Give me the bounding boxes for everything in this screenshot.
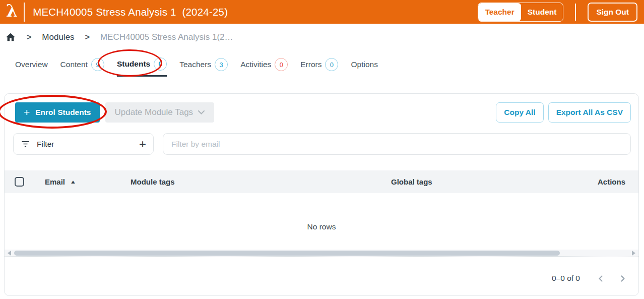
- next-page-button[interactable]: [619, 275, 626, 282]
- module-title: MECH40005 Stress Analysis 1 (2024-25): [33, 6, 228, 18]
- tab-students[interactable]: Students 0: [117, 52, 167, 77]
- breadcrumb: > Modules > MECH40005 Stress Analysis 1(…: [0, 29, 233, 45]
- role-toggle: Teacher Student: [478, 3, 563, 22]
- tab-overview[interactable]: Overview: [15, 52, 48, 77]
- enrol-students-label: Enrol Students: [35, 108, 91, 117]
- column-header-module-tags: Module tags: [131, 177, 391, 186]
- export-all-csv-button[interactable]: Export All As CSV: [548, 102, 631, 123]
- students-panel: + Enrol Students Update Module Tags Copy…: [4, 93, 639, 296]
- horizontal-scrollbar[interactable]: [5, 250, 638, 257]
- enrol-students-button[interactable]: + Enrol Students: [15, 102, 100, 123]
- filter-bar: Filter +: [13, 133, 631, 155]
- breadcrumb-current: MECH40005 Stress Analysis 1(2…: [100, 32, 233, 42]
- copy-all-button[interactable]: Copy All: [496, 102, 543, 123]
- header-divider: [24, 3, 25, 22]
- select-all-cell: [15, 177, 45, 187]
- tab-label: Overview: [15, 60, 48, 69]
- filter-by-email-input[interactable]: [163, 133, 631, 155]
- table-header: Email ▲ Module tags Global tags Actions: [5, 170, 638, 193]
- tab-count-badge: 9: [91, 58, 104, 71]
- pagination: 0–0 of 0: [5, 268, 638, 288]
- plus-icon: +: [24, 107, 30, 117]
- page: λ MECH40005 Stress Analysis 1 (2024-25) …: [0, 0, 644, 299]
- filter-label: Filter: [37, 140, 54, 149]
- previous-page-button[interactable]: [597, 275, 605, 282]
- sign-out-button[interactable]: Sign Out: [588, 3, 637, 22]
- tab-count-badge: 0: [325, 58, 338, 71]
- select-all-checkbox[interactable]: [15, 177, 24, 187]
- column-header-actions: Actions: [578, 177, 638, 186]
- sort-asc-icon: ▲: [70, 179, 77, 185]
- student-toggle-button[interactable]: Student: [521, 3, 563, 21]
- students-toolbar: + Enrol Students Update Module Tags Copy…: [15, 102, 631, 123]
- tab-label: Teachers: [179, 60, 211, 69]
- tab-label: Content: [60, 60, 88, 69]
- column-header-global-tags: Global tags: [391, 177, 578, 186]
- scroll-left-arrow-icon[interactable]: [8, 251, 11, 256]
- tab-count-badge: 0: [275, 58, 288, 71]
- tab-label: Students: [117, 59, 150, 69]
- header-divider: [575, 4, 576, 21]
- tab-label: Activities: [240, 60, 271, 69]
- chevron-left-icon: [597, 275, 605, 282]
- pagination-range-label: 0–0 of 0: [552, 274, 580, 283]
- filter-icon: [21, 139, 30, 149]
- update-module-tags-label: Update Module Tags: [115, 107, 194, 117]
- chevron-right-icon: >: [27, 33, 31, 42]
- home-icon[interactable]: [5, 32, 16, 43]
- tab-label: Errors: [300, 60, 321, 69]
- breadcrumb-modules-link[interactable]: Modules: [42, 32, 74, 42]
- module-tabs: Overview Content 9 Students 0 Teachers 3…: [0, 52, 378, 77]
- tab-teachers[interactable]: Teachers 3: [179, 52, 228, 77]
- tab-content[interactable]: Content 9: [60, 52, 104, 77]
- tab-options[interactable]: Options: [351, 52, 377, 77]
- tab-label: Options: [351, 60, 377, 69]
- tab-count-badge: 3: [215, 58, 228, 71]
- app-header: λ MECH40005 Stress Analysis 1 (2024-25) …: [0, 0, 644, 24]
- add-filter-icon[interactable]: +: [139, 138, 146, 150]
- update-module-tags-button[interactable]: Update Module Tags: [105, 102, 215, 123]
- tab-errors[interactable]: Errors 0: [300, 52, 338, 77]
- tab-count-badge: 0: [154, 57, 167, 71]
- tab-activities[interactable]: Activities 0: [240, 52, 288, 77]
- email-column-label: Email: [45, 177, 65, 186]
- chevron-down-icon: [198, 110, 205, 114]
- scrollbar-thumb[interactable]: [14, 251, 560, 256]
- chevron-right-icon: [619, 275, 626, 282]
- teacher-toggle-button[interactable]: Teacher: [478, 3, 521, 21]
- chevron-right-icon: >: [85, 33, 90, 42]
- lambda-logo[interactable]: λ: [6, 3, 18, 19]
- filter-dropdown[interactable]: Filter +: [13, 133, 154, 155]
- empty-table-message: No rows: [5, 222, 638, 231]
- scroll-right-arrow-icon[interactable]: [632, 251, 635, 256]
- column-header-email[interactable]: Email ▲: [45, 177, 131, 186]
